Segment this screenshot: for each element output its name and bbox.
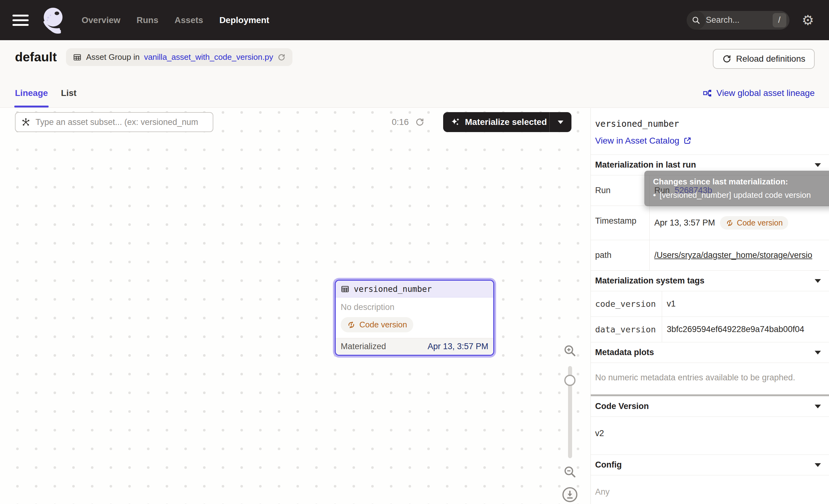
page-header: default Asset Group in vanilla_asset_wit… xyxy=(0,40,829,108)
topbar-right: / ⚙ xyxy=(687,11,814,30)
reload-definitions-label: Reload definitions xyxy=(736,54,805,64)
zoom-slider-handle[interactable] xyxy=(564,375,576,386)
code-version-badge-label: Code version xyxy=(737,218,783,227)
refresh-timer: 0:16 xyxy=(392,112,425,132)
bullet: • xyxy=(653,190,656,200)
search-icon xyxy=(687,11,706,30)
chevron-down-icon xyxy=(815,405,821,408)
sparkles-icon xyxy=(450,117,460,127)
config-value: Any xyxy=(591,475,829,504)
path-row-label: path xyxy=(591,240,650,271)
view-global-asset-lineage-label: View global asset lineage xyxy=(717,88,815,98)
dagster-logo-icon[interactable] xyxy=(39,6,68,35)
asset-node-header: versioned_number xyxy=(336,281,493,297)
global-search[interactable]: / xyxy=(687,11,789,30)
tag-value-text: 3bfc269594ef649228e9a74bab00f04 xyxy=(667,325,804,334)
code-version-badge[interactable]: Code version xyxy=(341,317,413,332)
zoom-controls xyxy=(562,343,578,503)
hamburger-menu-icon[interactable] xyxy=(12,15,29,26)
section-header-code-version[interactable]: Code Version xyxy=(591,396,829,417)
tab-list[interactable]: List xyxy=(61,79,77,107)
chevron-down-icon xyxy=(815,351,821,355)
chevron-down-icon xyxy=(815,163,821,167)
materialize-selected-label: Materialize selected xyxy=(465,117,547,127)
refresh-countdown: 0:16 xyxy=(392,117,409,127)
zoom-slider[interactable] xyxy=(568,366,572,458)
materialize-selected-button[interactable]: Materialize selected xyxy=(443,112,572,132)
timestamp-row-value: Apr 13, 3:57 PM Code version xyxy=(650,206,829,240)
refresh-icon[interactable] xyxy=(278,53,286,61)
section-title: Code Version xyxy=(595,401,649,411)
tag-value-text: v1 xyxy=(667,299,676,309)
page-title: default xyxy=(15,50,57,65)
sync-alert-icon xyxy=(347,321,356,329)
external-link-icon xyxy=(683,137,692,145)
asset-node-title: versioned_number xyxy=(354,284,432,294)
nav-item-assets[interactable]: Assets xyxy=(175,15,203,25)
changes-since-materialization-tooltip: Changes since last materialization: • [v… xyxy=(644,171,829,206)
main-nav: Overview Runs Assets Deployment xyxy=(82,15,269,25)
refresh-icon[interactable] xyxy=(415,117,425,127)
view-tabs: Lineage List xyxy=(15,79,77,107)
metadata-plots-empty-message: No numeric metadata entries available to… xyxy=(591,363,829,394)
asset-node-versioned-number[interactable]: versioned_number No description Code ver… xyxy=(335,280,494,356)
chevron-down-icon xyxy=(815,463,821,467)
asset-group-file-link[interactable]: vanilla_asset_with_code_version.py xyxy=(144,52,273,62)
gear-icon[interactable]: ⚙ xyxy=(802,13,814,27)
section-header-system-tags[interactable]: Materialization system tags xyxy=(591,271,829,291)
top-navigation-bar: Overview Runs Assets Deployment / ⚙ xyxy=(0,0,829,40)
active-tab-underline xyxy=(14,106,48,107)
panel-title-block: versioned_number View in Asset Catalog xyxy=(591,108,829,154)
asset-subset-filter[interactable] xyxy=(15,112,213,132)
path-row: path /Users/sryza/dagster_home/storage/v… xyxy=(591,240,829,271)
lineage-canvas[interactable]: 0:16 Materialize selected versioned_numb… xyxy=(0,108,590,504)
nav-item-runs[interactable]: Runs xyxy=(137,15,158,25)
tab-lineage-label: Lineage xyxy=(15,88,48,98)
tooltip-item: • [versioned_number] updated code versio… xyxy=(653,190,829,200)
chevron-down-icon xyxy=(558,120,563,124)
asset-graph-splat-icon xyxy=(21,117,31,127)
materialized-timestamp-link[interactable]: Apr 13, 3:57 PM xyxy=(428,342,488,351)
system-tags-table: code_version v1 data_version 3bfc269594e… xyxy=(591,291,829,342)
run-row-label: Run xyxy=(591,175,650,206)
section-title: Materialization in last run xyxy=(595,160,696,170)
code-version-badge-label: Code version xyxy=(359,320,407,330)
nav-item-overview[interactable]: Overview xyxy=(82,15,120,25)
zoom-out-icon[interactable] xyxy=(563,464,577,479)
asset-node-footer: Materialized Apr 13, 3:57 PM xyxy=(336,338,493,355)
tab-lineage[interactable]: Lineage xyxy=(15,79,48,107)
search-shortcut-hint: / xyxy=(772,13,786,27)
tag-label: code_version xyxy=(591,291,662,317)
timestamp-row: Timestamp Apr 13, 3:57 PM Code version xyxy=(591,206,829,240)
section-header-config[interactable]: Config xyxy=(591,455,829,475)
path-row-value: /Users/sryza/dagster_home/storage/versio xyxy=(650,240,829,271)
table-icon xyxy=(341,285,350,293)
materialize-main[interactable]: Materialize selected xyxy=(443,117,549,127)
section-title: Metadata plots xyxy=(595,348,654,357)
asset-group-chip: Asset Group in vanilla_asset_with_code_v… xyxy=(66,48,292,66)
view-in-asset-catalog-link[interactable]: View in Asset Catalog xyxy=(595,136,825,146)
zoom-in-icon[interactable] xyxy=(563,343,577,358)
section-title: Materialization system tags xyxy=(595,276,705,286)
chevron-down-icon xyxy=(815,279,821,283)
refresh-icon xyxy=(722,54,731,64)
view-global-asset-lineage-link[interactable]: View global asset lineage xyxy=(703,88,815,98)
search-input[interactable] xyxy=(706,15,772,25)
section-title: Config xyxy=(595,460,622,470)
code-version-value: v2 xyxy=(591,417,829,455)
tab-list-label: List xyxy=(61,88,77,98)
path-link[interactable]: /Users/sryza/dagster_home/storage/versio xyxy=(654,250,812,260)
view-in-asset-catalog-label: View in Asset Catalog xyxy=(595,136,679,146)
materialize-dropdown-toggle[interactable] xyxy=(550,120,572,124)
asset-node-description: No description xyxy=(341,302,488,312)
reload-definitions-button[interactable]: Reload definitions xyxy=(713,49,815,69)
code-version-badge[interactable]: Code version xyxy=(720,216,788,229)
asset-subset-input[interactable] xyxy=(35,117,207,128)
section-header-metadata-plots[interactable]: Metadata plots xyxy=(591,342,829,363)
sync-alert-icon xyxy=(726,219,734,227)
table-row: code_version v1 xyxy=(591,291,829,317)
nav-item-deployment[interactable]: Deployment xyxy=(219,15,269,25)
asset-group-label: Asset Group in xyxy=(86,52,140,62)
tag-value: v1 xyxy=(662,291,829,317)
download-image-icon[interactable] xyxy=(562,486,578,503)
